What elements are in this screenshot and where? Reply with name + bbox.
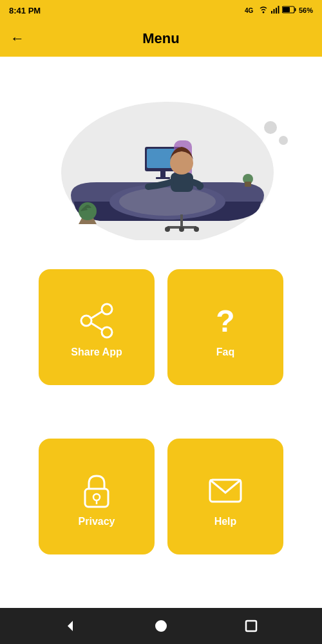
svg-text:?: ?	[216, 304, 234, 338]
privacy-button[interactable]: Privacy	[39, 439, 155, 554]
svg-point-20	[170, 151, 193, 175]
svg-point-30	[81, 316, 91, 326]
svg-rect-17	[156, 177, 170, 179]
svg-rect-8	[283, 7, 290, 12]
status-icons: 4G 56%	[245, 5, 313, 15]
svg-point-36	[93, 494, 100, 500]
nav-home-button[interactable]	[149, 614, 173, 638]
svg-line-33	[91, 323, 102, 330]
help-label: Help	[214, 516, 237, 527]
wifi-icon	[259, 6, 268, 15]
share-icon	[77, 301, 116, 340]
nav-recent-button[interactable]	[240, 614, 263, 638]
nav-bar	[0, 608, 322, 644]
lock-icon	[77, 471, 116, 509]
svg-point-29	[102, 304, 112, 314]
signal-bars-icon	[270, 6, 279, 15]
battery-icon	[282, 6, 296, 15]
header: ← Menu	[0, 21, 322, 57]
svg-rect-5	[278, 6, 279, 14]
svg-point-1	[262, 12, 264, 14]
faq-button[interactable]: ? Faq	[167, 269, 283, 385]
nav-back-button[interactable]	[59, 614, 82, 638]
privacy-label: Privacy	[79, 516, 115, 527]
desk-illustration	[32, 73, 290, 240]
header-title: Menu	[142, 30, 179, 47]
illustration-container	[0, 57, 322, 250]
back-button[interactable]: ←	[10, 30, 24, 47]
svg-marker-39	[68, 621, 73, 631]
mail-icon	[206, 471, 245, 509]
faq-label: Faq	[216, 346, 234, 358]
svg-rect-2	[271, 11, 272, 14]
status-time: 8:41 PM	[9, 6, 41, 15]
share-app-button[interactable]: Share App	[39, 269, 155, 385]
question-icon: ?	[206, 301, 245, 340]
share-app-label: Share App	[71, 346, 122, 358]
svg-text:4G: 4G	[245, 7, 254, 14]
svg-point-23	[165, 227, 170, 232]
svg-rect-28	[245, 182, 251, 187]
signal-icon: 4G	[245, 5, 256, 15]
svg-rect-16	[160, 171, 166, 178]
battery-percent: 56%	[299, 6, 313, 14]
help-button[interactable]: Help	[167, 439, 283, 554]
svg-point-13	[119, 187, 216, 216]
svg-point-24	[179, 227, 184, 232]
svg-rect-3	[273, 9, 274, 14]
svg-rect-7	[294, 8, 296, 12]
svg-point-31	[102, 327, 112, 337]
svg-line-32	[91, 312, 102, 318]
svg-rect-4	[276, 8, 277, 14]
svg-point-11	[279, 136, 288, 145]
svg-point-10	[264, 121, 277, 134]
status-bar: 8:41 PM 4G	[0, 0, 322, 21]
svg-rect-41	[246, 621, 256, 631]
svg-point-25	[194, 227, 199, 232]
svg-rect-19	[171, 173, 193, 192]
menu-grid: Share App ? Faq Privacy Help	[0, 250, 322, 608]
svg-point-40	[155, 620, 167, 632]
